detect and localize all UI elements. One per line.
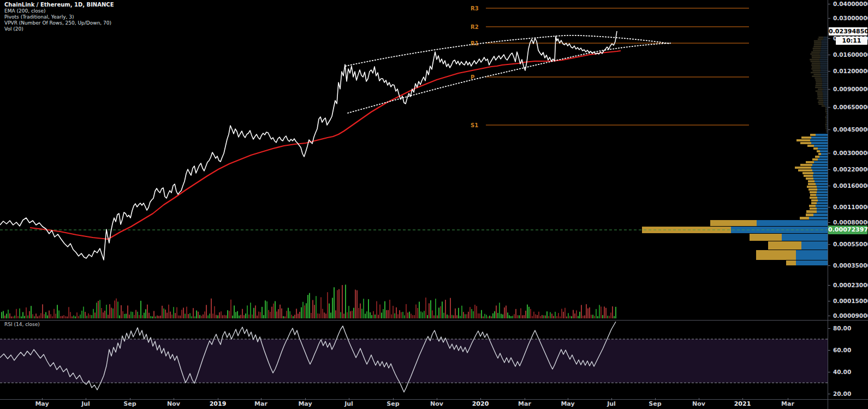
volume-bar-down bbox=[610, 312, 611, 318]
vpvr-ghost-row bbox=[825, 111, 827, 112]
volume-bar-up bbox=[307, 295, 308, 318]
volume-bar-down bbox=[37, 316, 38, 318]
volume-bar-down bbox=[50, 314, 51, 318]
volume-bar-up bbox=[409, 312, 410, 318]
volume-bar-up bbox=[424, 311, 425, 318]
vpvr-row-down bbox=[806, 177, 813, 180]
volume-bar-down bbox=[291, 315, 292, 318]
volume-bar-down bbox=[378, 315, 379, 318]
indicator-volume[interactable]: Vol (20) bbox=[4, 26, 114, 32]
vpvr-ghost-row bbox=[812, 57, 821, 58]
volume-bar-down bbox=[343, 313, 344, 318]
main-chart-pane[interactable] bbox=[0, 0, 828, 318]
volume-bar-down bbox=[314, 305, 315, 318]
volume-bar-up bbox=[283, 316, 284, 318]
vpvr-ghost-row bbox=[813, 46, 821, 48]
volume-bar-down bbox=[320, 297, 322, 318]
volume-bar-down bbox=[429, 303, 430, 318]
volume-bar-down bbox=[183, 307, 184, 318]
volume-bar-up bbox=[207, 316, 209, 318]
vpvr-row-up bbox=[813, 177, 828, 180]
indicator-ema[interactable]: EMA (200, close) bbox=[4, 8, 114, 14]
vpvr-ghost-row bbox=[816, 81, 822, 83]
volume-bar-down bbox=[299, 312, 300, 318]
vpvr-ghost-row bbox=[810, 59, 819, 61]
volume-bar-up bbox=[481, 310, 482, 318]
vpvr-row-down bbox=[798, 169, 812, 171]
vpvr-ghost-row bbox=[821, 63, 828, 64]
volume-bar-down bbox=[433, 315, 435, 318]
price-tick-label: 0.00009000 bbox=[833, 312, 867, 319]
vpvr-ghost-row bbox=[811, 68, 820, 70]
volume-bar-down bbox=[587, 309, 588, 318]
ema-line[interactable] bbox=[30, 51, 621, 239]
volume-bar-up bbox=[361, 309, 362, 318]
wedge-upper-trendline[interactable] bbox=[346, 35, 670, 66]
vpvr-ghost-row bbox=[826, 118, 827, 120]
volume-bar-down bbox=[127, 305, 128, 318]
vpvr-ghost-row bbox=[822, 40, 828, 42]
volume-bar-down bbox=[121, 305, 122, 318]
volume-bar-down bbox=[72, 316, 73, 318]
volume-bar-down bbox=[67, 316, 68, 318]
vpvr-ghost-row bbox=[825, 107, 827, 109]
rsi-pane[interactable] bbox=[0, 321, 828, 399]
volume-bar-down bbox=[201, 316, 202, 318]
vpvr-ghost-row bbox=[818, 88, 823, 90]
volume-bar-up bbox=[353, 308, 354, 318]
vpvr-row-up bbox=[818, 147, 828, 150]
volume-bar-down bbox=[569, 316, 570, 318]
indicator-vpvr[interactable]: VPVR (Number Of Rows, 250, Up/Down, 70) bbox=[4, 20, 114, 26]
vpvr-ghost-row bbox=[813, 48, 821, 49]
indicator-pivots[interactable]: Pivots (Traditional, Yearly, 3) bbox=[4, 14, 114, 20]
volume-bar-down bbox=[260, 312, 261, 318]
rsi-indicator-label[interactable]: RSI (14, close) bbox=[4, 322, 40, 327]
volume-bar-down bbox=[78, 316, 79, 318]
time-month-label: Mar bbox=[254, 400, 267, 407]
volume-bar-down bbox=[63, 315, 64, 318]
volume-bar-up bbox=[155, 316, 156, 318]
volume-bar-up bbox=[465, 314, 466, 318]
volume-bar-up bbox=[196, 311, 197, 318]
pane-separator[interactable] bbox=[0, 320, 868, 321]
volume-bar-down bbox=[230, 300, 231, 318]
volume-bar-up bbox=[366, 311, 367, 318]
volume-bar-down bbox=[324, 312, 325, 318]
volume-bar-up bbox=[419, 302, 420, 318]
poc-price-badge: 0.00072397 bbox=[828, 226, 867, 234]
volume-bar-down bbox=[16, 309, 17, 318]
volume-bar-down bbox=[116, 299, 117, 318]
vpvr-ghost-row bbox=[821, 68, 828, 70]
vpvr-row-up bbox=[816, 183, 828, 185]
volume-bar-down bbox=[432, 310, 433, 318]
time-year-label: 2021 bbox=[734, 400, 751, 407]
volume-bar-down bbox=[176, 307, 177, 318]
volume-bar-down bbox=[358, 308, 359, 318]
price-line[interactable] bbox=[0, 31, 617, 260]
vpvr-ghost-row bbox=[823, 92, 828, 94]
vpvr-row-up bbox=[816, 134, 828, 136]
volume-bar-down bbox=[350, 311, 351, 318]
volume-bar-down bbox=[147, 305, 148, 318]
symbol-title[interactable]: ChainLink / Ethereum, 1D, BINANCE bbox=[4, 2, 114, 8]
volume-bar-down bbox=[135, 310, 136, 318]
price-tick-label: 0.04000000 bbox=[833, 1, 867, 7]
volume-bar-down bbox=[347, 312, 348, 318]
volume-bar-up bbox=[502, 315, 503, 318]
volume-bar-up bbox=[371, 315, 372, 318]
volume-bar-up bbox=[275, 301, 276, 318]
volume-bar-down bbox=[203, 315, 204, 318]
volume-bar-down bbox=[601, 306, 602, 318]
volume-bar-up bbox=[602, 315, 603, 318]
volume-bar-down bbox=[122, 311, 123, 318]
volume-bar-up bbox=[578, 316, 579, 318]
volume-bar-up bbox=[330, 312, 331, 318]
volume-bar-up bbox=[458, 308, 459, 318]
vpvr-row-up bbox=[816, 194, 828, 196]
volume-bar-down bbox=[453, 315, 454, 318]
volume-bar-down bbox=[178, 316, 179, 318]
volume-bar-down bbox=[517, 315, 518, 318]
vpvr-row-down bbox=[818, 153, 821, 155]
wedge-lower-trendline[interactable] bbox=[348, 43, 670, 113]
volume-bar-up bbox=[492, 313, 494, 318]
